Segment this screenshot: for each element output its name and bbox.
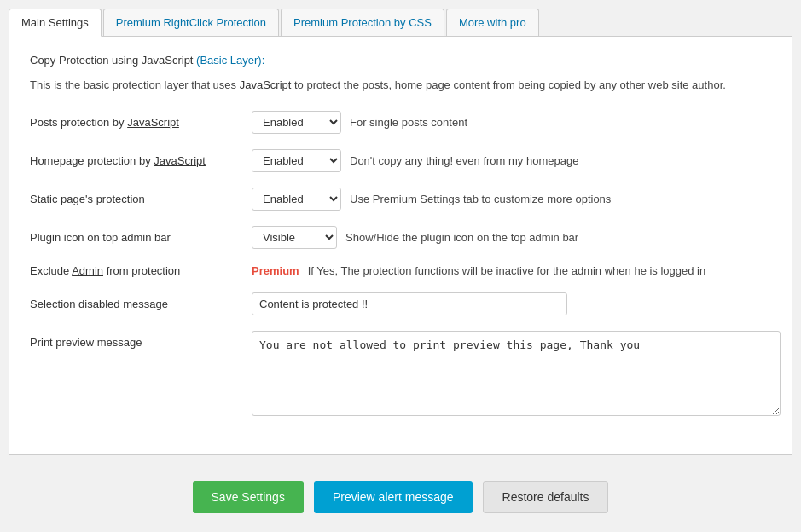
select-plugin-icon[interactable]: Visible Hidden <box>252 226 337 249</box>
setting-row-selection-message: Selection disabled message <box>30 292 771 315</box>
select-static-protection[interactable]: Enabled Disabled <box>252 188 341 211</box>
hint-exclude-admin: If Yes, The protection functions will be… <box>308 264 706 277</box>
tab-css[interactable]: Premium Protection by CSS <box>281 9 444 36</box>
tab-more[interactable]: More with pro <box>446 9 539 36</box>
setting-row-posts: Posts protection by JavaScript Enabled D… <box>30 111 771 134</box>
setting-row-plugin-icon: Plugin icon on top admin bar Visible Hid… <box>30 226 771 249</box>
label-selection-message: Selection disabled message <box>30 298 252 310</box>
save-button[interactable]: Save Settings <box>193 481 304 513</box>
setting-row-exclude-admin: Exclude Admin from protection Premium If… <box>30 264 771 277</box>
section-title-plain: Copy Protection using JavaScript <box>30 54 196 66</box>
hint-posts-protection: For single posts content <box>350 116 467 129</box>
setting-row-homepage: Homepage protection by JavaScript Enable… <box>30 149 771 172</box>
desc-pre: This is the basic protection layer that … <box>30 78 240 91</box>
textarea-print-message[interactable]: You are not allowed to print preview thi… <box>252 331 781 416</box>
hint-static-protection: Use Premium Settings tab to customize mo… <box>350 193 611 205</box>
label-static-protection: Static page's protection <box>30 193 252 205</box>
label-exclude-admin: Exclude Admin from protection <box>30 264 252 277</box>
control-homepage-protection: Enabled Disabled Don't copy any thing! e… <box>252 149 578 172</box>
control-posts-protection: Enabled Disabled For single posts conten… <box>252 111 467 134</box>
footer-buttons: Save Settings Preview alert message Rest… <box>9 472 792 522</box>
hint-plugin-icon: Show/Hide the plugin icon on the top adm… <box>345 231 578 244</box>
desc-post: to protect the posts, home page content … <box>291 78 725 91</box>
label-homepage-protection: Homepage protection by JavaScript <box>30 154 252 167</box>
hint-homepage-protection: Don't copy any thing! even from my homep… <box>350 154 578 167</box>
setting-row-print-message: Print preview message You are not allowe… <box>30 331 771 419</box>
restore-button[interactable]: Restore defaults <box>483 481 609 513</box>
input-selection-message[interactable] <box>252 292 567 315</box>
select-homepage-protection[interactable]: Enabled Disabled <box>252 149 341 172</box>
section-description: This is the basic protection layer that … <box>30 77 771 94</box>
label-plugin-icon: Plugin icon on top admin bar <box>30 231 252 244</box>
control-exclude-admin: Premium If Yes, The protection functions… <box>252 264 705 277</box>
label-print-message: Print preview message <box>30 331 252 349</box>
premium-badge: Premium <box>252 264 299 277</box>
label-posts-protection: Posts protection by JavaScript <box>30 116 252 129</box>
tab-rightclick[interactable]: Premium RightClick Protection <box>103 9 279 36</box>
tab-main-settings[interactable]: Main Settings <box>9 9 102 37</box>
desc-link[interactable]: JavaScript <box>240 78 292 91</box>
preview-button[interactable]: Preview alert message <box>314 481 473 513</box>
section-title-highlight: (Basic Layer): <box>196 54 264 66</box>
section-title: Copy Protection using JavaScript (Basic … <box>30 54 771 66</box>
setting-row-static: Static page's protection Enabled Disable… <box>30 188 771 211</box>
settings-table: Posts protection by JavaScript Enabled D… <box>30 111 771 419</box>
control-static-protection: Enabled Disabled Use Premium Settings ta… <box>252 188 611 211</box>
control-print-message: You are not allowed to print preview thi… <box>252 331 781 419</box>
main-content-panel: Copy Protection using JavaScript (Basic … <box>9 37 792 455</box>
select-posts-protection[interactable]: Enabled Disabled <box>252 111 341 134</box>
control-selection-message <box>252 292 567 315</box>
tabs-nav: Main Settings Premium RightClick Protect… <box>9 9 792 37</box>
control-plugin-icon: Visible Hidden Show/Hide the plugin icon… <box>252 226 578 249</box>
